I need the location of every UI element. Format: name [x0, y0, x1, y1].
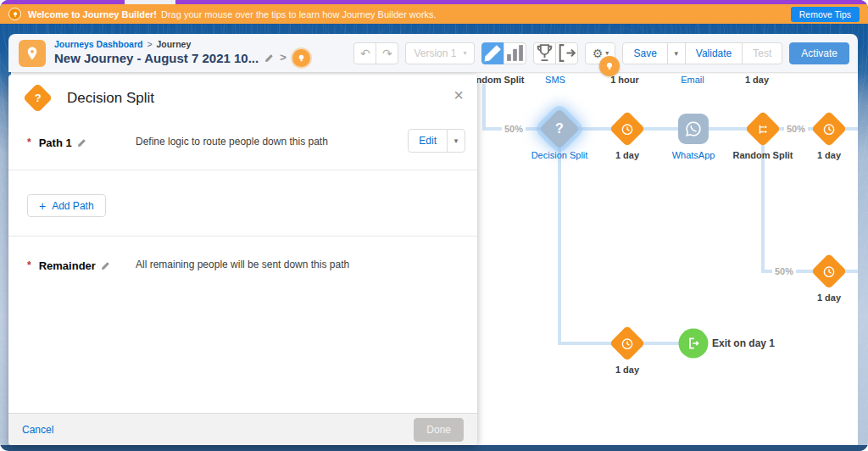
- window-bottom-edge: [0, 445, 868, 451]
- breadcrumb-separator: >: [147, 39, 152, 49]
- gear-icon: ⚙: [593, 47, 604, 60]
- banner-title: Welcome to Journey Builder!: [28, 9, 157, 19]
- analytics-mode-button[interactable]: [504, 42, 526, 64]
- cancel-link[interactable]: Cancel: [22, 424, 53, 436]
- done-button[interactable]: Done: [414, 418, 464, 442]
- add-path-button[interactable]: + Add Path: [27, 194, 106, 217]
- connector-line: [482, 84, 486, 131]
- clock-icon: [822, 122, 837, 136]
- breadcrumb: Journeys Dashboard > Journey: [54, 39, 310, 49]
- node-label-whatsapp[interactable]: WhatsApp: [672, 150, 715, 160]
- clock-icon: [620, 337, 635, 351]
- version-dropdown[interactable]: Version 1 ▾: [405, 42, 475, 64]
- decision-split-icon: ?: [23, 82, 53, 112]
- journey-header: Journeys Dashboard > Journey New Journey…: [8, 34, 858, 72]
- required-marker: *: [27, 259, 31, 271]
- question-mark-icon: ?: [555, 121, 564, 136]
- save-button[interactable]: Save: [622, 42, 667, 64]
- tip-bulb-icon[interactable]: [292, 49, 310, 67]
- wait-node[interactable]: [811, 253, 847, 289]
- exit-icon: [686, 336, 702, 352]
- node-label-1-day-top[interactable]: 1 day: [745, 75, 769, 85]
- edit-mode-button[interactable]: [481, 42, 504, 64]
- exit-icon: [556, 42, 577, 64]
- goal-button[interactable]: [533, 42, 556, 64]
- plus-icon: +: [39, 199, 46, 213]
- decision-split-node-selected[interactable]: ?: [539, 109, 580, 149]
- whatsapp-icon: [684, 120, 703, 138]
- save-dropdown-caret[interactable]: ▾: [667, 42, 686, 64]
- wait-node[interactable]: [609, 111, 645, 147]
- chevron-right-icon: >: [280, 52, 287, 64]
- test-button[interactable]: Test: [742, 42, 782, 64]
- remove-tips-button[interactable]: Remove Tips: [791, 7, 860, 22]
- exit-criteria-button[interactable]: [555, 42, 578, 64]
- app-window: Welcome to Journey Builder! Drag your mo…: [0, 0, 868, 451]
- edit-path-button[interactable]: Edit: [408, 129, 448, 153]
- required-marker: *: [27, 136, 31, 148]
- pencil-icon: [482, 42, 504, 64]
- percent-label: 50%: [502, 124, 526, 134]
- node-label-random-split[interactable]: Random Split: [733, 150, 793, 160]
- journey-pin-icon: [19, 40, 46, 67]
- banner-subtitle: Drag your mouse over the tips to learn h…: [161, 9, 437, 19]
- breadcrumb-current: Journey: [156, 39, 191, 49]
- browser-tab-hint: [125, 0, 175, 4]
- node-label-1-day[interactable]: 1 day: [817, 292, 841, 303]
- lightbulb-icon: [8, 8, 21, 20]
- connector-line: [558, 129, 561, 345]
- remainder-label: * Remainder: [27, 259, 110, 272]
- random-split-node[interactable]: [745, 111, 781, 147]
- wait-node[interactable]: [811, 111, 847, 147]
- modal-title: Decision Split: [67, 90, 154, 107]
- activate-button[interactable]: Activate: [789, 42, 849, 64]
- divider: [8, 236, 477, 237]
- tip-bulb-icon[interactable]: [599, 56, 620, 76]
- whatsapp-node[interactable]: [678, 114, 709, 144]
- edit-path-caret[interactable]: ▾: [447, 129, 465, 153]
- node-label-exit[interactable]: Exit on day 1: [712, 337, 775, 349]
- tips-banner: Welcome to Journey Builder! Drag your mo…: [0, 4, 868, 24]
- percent-label: 50%: [784, 124, 808, 134]
- clock-icon: [822, 264, 837, 279]
- node-label-sms[interactable]: SMS: [545, 75, 565, 85]
- edit-button-group: Edit ▾: [408, 129, 465, 153]
- edit-path1-pencil-icon[interactable]: [77, 138, 86, 148]
- caret-down-icon: ▾: [463, 49, 466, 57]
- browser-top-strip: [0, 0, 868, 4]
- path1-label: * Path 1: [27, 136, 86, 149]
- trophy-icon: [534, 42, 555, 64]
- node-label-1-day[interactable]: 1 day: [817, 150, 841, 160]
- journey-toolbar: ↶ ↷ Version 1 ▾: [353, 42, 849, 64]
- exit-node[interactable]: [679, 329, 709, 359]
- modal-header: ? Decision Split ×: [8, 75, 477, 117]
- redo-button[interactable]: ↷: [376, 42, 398, 64]
- edit-title-pencil-icon[interactable]: [264, 53, 274, 63]
- node-label-email[interactable]: Email: [681, 75, 704, 85]
- undo-button[interactable]: ↶: [353, 42, 376, 64]
- wait-node[interactable]: [609, 326, 645, 361]
- breadcrumb-dashboard-link[interactable]: Journeys Dashboard: [54, 39, 142, 49]
- path1-description: Define logic to route people down this p…: [136, 136, 328, 148]
- close-icon[interactable]: ×: [453, 86, 464, 103]
- edit-remainder-pencil-icon[interactable]: [101, 261, 110, 270]
- stats-icon: [504, 42, 526, 64]
- journey-title: New Journey - August 7 2021 10...: [54, 51, 259, 65]
- decision-split-modal: ? Decision Split × * Path 1 Define logic…: [8, 75, 477, 445]
- validate-button[interactable]: Validate: [685, 42, 743, 64]
- modal-footer: Cancel Done: [8, 413, 477, 445]
- remainder-description: All remaining people will be sent down t…: [136, 259, 349, 270]
- node-label-1-hour[interactable]: 1 hour: [610, 75, 639, 85]
- percent-label: 50%: [772, 266, 796, 276]
- settings-button[interactable]: ⚙ ▾: [585, 42, 615, 64]
- divider: [8, 170, 477, 170]
- random-split-icon: [756, 122, 771, 136]
- node-label-1-day[interactable]: 1 day: [615, 365, 639, 375]
- node-label-1-day[interactable]: 1 day: [615, 150, 639, 160]
- node-label-decision-split[interactable]: Decision Split: [531, 150, 588, 160]
- clock-icon: [620, 122, 635, 136]
